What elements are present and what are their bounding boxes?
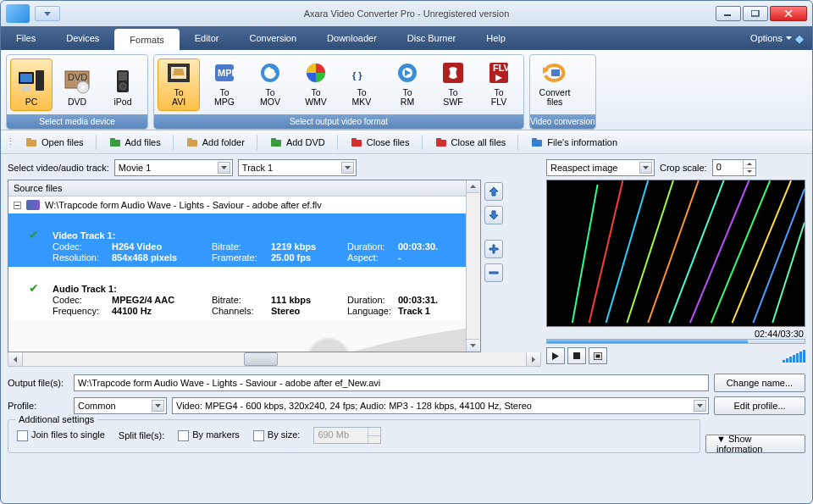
ribbon-pc[interactable]: PC [10,58,53,111]
ribbon-to-swf[interactable]: ToSWF [432,58,474,111]
toolbar-add-files[interactable]: Add files [102,132,167,152]
ribbon-to-wmv[interactable]: ToWMV [295,58,337,111]
volume-indicator[interactable] [783,350,805,363]
svg-rect-40 [532,138,537,141]
profile-desc-select[interactable]: Video: MPEG4 - 600 kbps, 320x240, 24 fps… [172,397,709,414]
progress-bar[interactable] [546,339,805,344]
ribbon-to-flv[interactable]: FLVToFLV [478,58,520,111]
options-menu[interactable]: Options◆ [750,26,812,50]
menu-disc-burner[interactable]: Disc Burner [392,26,471,50]
menu-downloader[interactable]: Downloader [312,26,392,50]
toolbar-icon [108,136,122,149]
scroll-left-button[interactable] [8,352,23,366]
to-wmv-icon [301,59,331,86]
vscroll-track[interactable] [467,193,480,339]
join-files-checkbox[interactable]: Join files to single [17,429,105,441]
play-button[interactable] [546,347,565,364]
toolbar-open-files[interactable]: Open files [19,132,90,152]
crop-up-button[interactable] [744,160,755,169]
toolbar-icon [25,136,38,149]
scroll-up-button[interactable] [467,180,479,193]
ribbon-to-mpg[interactable]: MPEGToMPG [203,58,246,111]
svg-rect-35 [351,140,362,147]
audio-track-block[interactable]: ✔ Audio Track 1: Codec:MPEG2/4 AAC Bitra… [8,267,466,320]
stop-button[interactable] [567,347,586,364]
menu-files[interactable]: Files [1,26,51,50]
svg-rect-39 [532,140,542,147]
check-icon: ✔ [29,228,112,241]
toolbar-icon [350,136,363,149]
maximize-button[interactable] [743,6,768,21]
close-button[interactable] [770,6,807,21]
toolbar-close-all-files[interactable]: Close all files [429,132,512,152]
add-button[interactable] [484,240,503,258]
ribbon-to-mkv[interactable]: { }ToMKV [340,58,383,111]
to-avi-icon [163,59,194,86]
to-mov-icon [255,59,285,86]
svg-rect-26 [551,69,560,76]
svg-rect-41 [489,272,498,274]
toolbar-file-s-information[interactable]: File's information [524,132,623,152]
minimize-button[interactable] [716,6,741,21]
change-name-button[interactable]: Change name... [714,374,805,392]
svg-rect-38 [436,138,441,141]
toolbar-icon [269,136,283,149]
hscrollbar[interactable] [8,352,541,367]
track-select[interactable]: Track 1 [238,159,357,176]
app-icon [6,4,30,23]
move-down-button[interactable] [484,206,503,224]
svg-point-8 [81,86,85,89]
remove-button[interactable] [484,263,503,282]
menu-editor[interactable]: Editor [180,26,235,50]
show-information-button[interactable]: ▼ Show information [705,435,805,453]
svg-rect-54 [573,352,580,359]
toolbar-add-folder[interactable]: Add folder [180,132,251,152]
edit-profile-button[interactable]: Edit profile... [714,396,805,415]
output-label: Output file(s): [8,378,69,388]
menu-devices[interactable]: Devices [51,26,114,50]
svg-rect-27 [26,140,36,147]
ribbon-to-avi[interactable]: ToAVI [158,58,200,111]
ribbon-to-mov[interactable]: ToMOV [249,58,291,111]
crop-down-button[interactable] [744,169,755,176]
ribbon-ipod[interactable]: iPod [102,58,144,111]
split-label: Split file(s): [119,430,164,440]
ribbon-convert-files[interactable]: Convertfiles [534,58,576,111]
movie-select[interactable]: Movie 1 [114,159,233,176]
collapse-icon[interactable]: − [14,202,21,209]
menu-conversion[interactable]: Conversion [234,26,312,50]
toolbar-icon [434,136,448,149]
file-row[interactable]: − W:\Trapcode form Audio Wave - Lights -… [8,197,466,213]
svg-rect-3 [20,74,32,82]
fullscreen-button[interactable] [589,347,607,364]
by-markers-checkbox[interactable]: By markers [178,429,240,441]
scroll-right-button[interactable] [526,352,540,366]
svg-rect-5 [22,86,30,91]
move-up-button[interactable] [484,182,503,201]
menu-help[interactable]: Help [471,26,521,50]
filmstrip-bg [8,320,466,352]
ribbon-to-rm[interactable]: ToRM [386,58,429,111]
by-size-checkbox[interactable]: By size: [253,429,301,441]
quick-access-dropdown[interactable] [35,6,60,21]
reaspect-select[interactable]: Reaspect image [546,159,655,176]
output-file-input[interactable]: W:\Trapcode form Audio Wave - Lights - S… [74,374,709,391]
toolbar-add-dvd[interactable]: Add DVD [263,132,331,152]
video-track-block[interactable]: ✔ Video Track 1: Codec:H264 Video Bitrat… [8,213,466,267]
menu-formats[interactable]: Formats [114,29,179,50]
ribbon-dvd[interactable]: DVDDVD [56,58,98,111]
svg-rect-33 [271,140,281,147]
pc-icon [16,67,47,96]
profile-select[interactable]: Common [74,397,167,414]
crop-value[interactable]: 0 [713,160,743,175]
to-flv-icon: FLV [484,59,514,86]
crop-label: Crop scale: [660,163,707,173]
svg-rect-1 [751,10,759,16]
to-rm-icon [392,59,423,86]
toolbar-close-files[interactable]: Close files [344,132,416,152]
svg-rect-37 [436,140,446,147]
chevron-down-icon [341,162,354,174]
scroll-down-button[interactable] [467,339,479,352]
scroll-thumb[interactable] [244,352,278,366]
size-down-button [368,436,380,444]
